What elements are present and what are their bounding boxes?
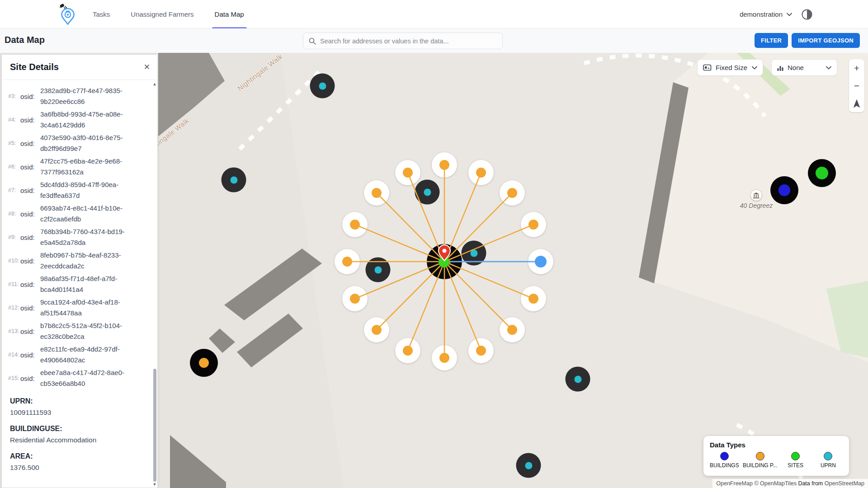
map-marker-satellite[interactable] [342, 212, 368, 237]
marker-dot [230, 176, 237, 183]
marker-size-select[interactable]: Fixed Size [697, 59, 763, 76]
legend-color-dot [756, 452, 764, 460]
map-marker-point[interactable] [808, 159, 836, 187]
map-marker-center-disc[interactable] [427, 244, 462, 279]
field-value: 10091111593 [10, 408, 151, 417]
map-marker-point[interactable] [770, 176, 798, 204]
site-detail-row: #3:osid:2382ad9b-c77f-4e47-9835-9b220ee6… [8, 85, 151, 107]
metric-select-value: None [788, 64, 822, 71]
size-select-value: Fixed Size [716, 64, 748, 71]
row-index: #7: [8, 187, 20, 193]
map-marker-cluster[interactable] [516, 453, 541, 478]
scroll-up-icon[interactable]: ▲ [152, 82, 157, 86]
site-detail-row: #11:osid:98a6af35-f71d-48ef-a7fd-bca4d01… [8, 273, 151, 295]
row-key: osid: [20, 257, 40, 265]
zoom-control: + − [849, 59, 864, 112]
row-value: b7b8c2c5-512a-45f2-b104-ec328c0be2ca [40, 320, 151, 342]
row-index: #14: [8, 352, 20, 358]
site-detail-row: #4:osid:3a6fb8bd-993d-475e-a08e-3c4a6142… [8, 109, 151, 131]
map-marker-satellite[interactable] [395, 338, 420, 363]
row-key: osid: [20, 187, 40, 194]
tab-data-map[interactable]: Data Map [215, 0, 244, 28]
metric-select[interactable]: None [771, 59, 837, 76]
map-marker-satellite[interactable] [468, 160, 494, 185]
map-attribution: OpenFreeMap © OpenMapTiles Data from Ope… [712, 479, 868, 488]
map-marker-satellite[interactable] [500, 317, 525, 343]
search-input[interactable] [320, 38, 497, 45]
map-marker-satellite[interactable] [521, 212, 546, 237]
org-selector[interactable]: demonstration [740, 10, 792, 18]
row-key: osid: [20, 351, 40, 359]
compass-button[interactable] [849, 94, 864, 112]
tab-unassigned-farmers[interactable]: Unassigned Farmers [131, 0, 193, 28]
import-geojson-button[interactable]: IMPORT GEOJSON [792, 33, 860, 48]
app-window: TasksUnassigned FarmersData Map demonstr… [0, 0, 868, 488]
field-label: AREA: [10, 452, 151, 460]
legend-item: BUILDING P... [743, 452, 777, 469]
legend-item: UPRN [814, 452, 843, 469]
map-marker-cluster[interactable] [415, 180, 440, 205]
data-types-legend: Data Types BUILDINGSBUILDING P...SITESUP… [703, 436, 849, 476]
site-details-panel: Site Details ✕ #3:osid:2382ad9b-c77f-4e4… [1, 54, 158, 488]
topbar-right: demonstration [740, 0, 813, 28]
map-marker-satellite[interactable] [432, 345, 457, 371]
legend-items: BUILDINGSBUILDING P...SITESUPRN [710, 452, 843, 469]
theme-toggle-icon[interactable] [801, 9, 813, 20]
tab-tasks[interactable]: Tasks [93, 0, 110, 28]
legend-color-dot [720, 452, 729, 460]
map-marker-satellite[interactable] [432, 152, 457, 178]
site-detail-row: #14:osid:e82c11fc-e6a9-4dd2-97df-e490664… [8, 344, 151, 366]
app-logo-icon[interactable] [57, 3, 79, 26]
org-name: demonstration [740, 10, 783, 18]
map-marker-satellite[interactable] [364, 317, 389, 343]
row-value: 98a6af35-f71d-48ef-a7fd-bca4d01f41a4 [40, 273, 151, 295]
close-icon[interactable]: ✕ [144, 63, 150, 71]
map-marker-satellite[interactable] [364, 180, 389, 206]
row-key: osid: [20, 328, 40, 335]
attribution-link[interactable]: OpenStreetMap [825, 480, 864, 487]
map-marker-satellite[interactable] [395, 160, 420, 185]
chevron-down-icon [787, 13, 792, 16]
map-marker-satellite[interactable] [335, 249, 360, 274]
fixed-size-icon [703, 64, 712, 71]
row-index: #9: [8, 234, 20, 240]
map-marker-satellite[interactable] [521, 286, 546, 311]
zoom-out-button[interactable]: − [849, 77, 864, 94]
map-marker-cluster[interactable] [222, 168, 246, 192]
map-marker-cluster[interactable] [462, 241, 486, 266]
row-index: #5: [8, 140, 20, 146]
marker-dot [816, 167, 828, 179]
panel-title: Site Details [10, 62, 59, 72]
attribution-text: Data from [798, 480, 823, 487]
field-value: 1376.500 [10, 464, 151, 472]
row-key: osid: [20, 140, 40, 147]
scroll-down-icon[interactable]: ▼ [152, 482, 157, 487]
row-value: 9cca1924-af0d-43e4-af18-af51f54478aa [40, 297, 151, 319]
row-key: osid: [20, 234, 40, 241]
chevron-down-icon [752, 66, 757, 70]
marker-dot [525, 462, 532, 469]
map-marker-cluster[interactable] [366, 258, 391, 282]
map-marker-point[interactable] [190, 349, 218, 377]
page-title: Data Map [5, 35, 45, 45]
map-marker-cluster[interactable] [566, 367, 590, 392]
panel-scrollbar: ▲ ▼ [152, 82, 157, 487]
row-key: osid: [20, 304, 40, 312]
chevron-down-icon [826, 66, 831, 70]
field-label: UPRN: [10, 397, 151, 405]
map-marker-satellite[interactable] [528, 249, 553, 274]
map-marker-satellite[interactable] [468, 338, 494, 363]
scrollbar-thumb[interactable] [153, 369, 156, 482]
map-marker-satellite[interactable] [500, 180, 525, 206]
map-search-box [303, 33, 503, 49]
zoom-in-button[interactable]: + [849, 59, 864, 77]
site-detail-row: #6:osid:47f2cc75-e6ba-4e2e-9e68-7377f963… [8, 156, 151, 178]
row-value: 3a6fb8bd-993d-475e-a08e-3c4a61429dd6 [40, 109, 151, 131]
site-detail-row: #15:osid:ebee7a8a-c417-4d72-8ae0-cb53e66… [8, 367, 151, 389]
filter-button[interactable]: FILTER [755, 33, 788, 48]
map-marker-satellite[interactable] [342, 286, 368, 311]
attribution-link[interactable]: OpenFreeMap [716, 480, 753, 487]
site-detail-row: #8:osid:6693ab74-e8c1-441f-b10e-c2f2caa6… [8, 203, 151, 225]
map-marker-cluster[interactable] [310, 74, 335, 99]
row-key: osid: [20, 210, 40, 218]
